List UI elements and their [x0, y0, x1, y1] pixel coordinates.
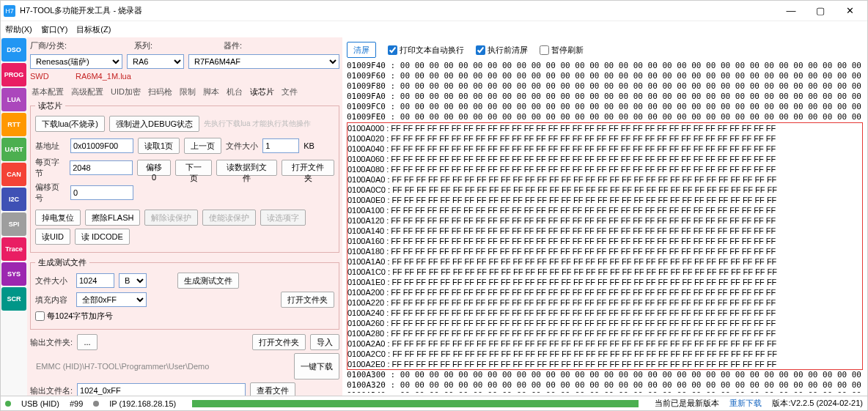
gen-test-legend: 生成测试文件 [35, 257, 89, 268]
series-select[interactable]: RA6 [127, 54, 184, 69]
out-name-label: 输出文件名: [30, 385, 73, 396]
tab-bar: 基本配置高级配置UID加密扫码枪限制脚本机台读芯片文件 [30, 84, 339, 100]
gen-file-button[interactable]: 生成测试文件 [177, 273, 239, 289]
offset-page-label: 偏移页号 [35, 182, 66, 204]
minimize-button[interactable]: — [776, 1, 806, 21]
device-select[interactable]: R7FA6M4AF [188, 54, 339, 69]
read-to-file-button[interactable]: 读数据到文件 [216, 160, 277, 176]
redownload-link[interactable]: 重新下载 [729, 398, 762, 409]
tab-0[interactable]: 基本配置 [32, 86, 64, 97]
sidebar-item-can[interactable]: CAN [1, 163, 26, 186]
swd-label: SWD [30, 72, 71, 81]
progress-bar [192, 400, 639, 407]
download-lua-button[interactable]: 下载lua(不烧录) [35, 116, 105, 132]
tab-5[interactable]: 脚本 [203, 86, 219, 97]
device-label: 器件: [224, 40, 242, 51]
vendor-select[interactable]: Renesas(瑞萨) [30, 54, 122, 69]
base-addr-label: 基地址 [35, 141, 66, 152]
sidebar-item-scr[interactable]: SCR [1, 287, 26, 311]
force-debug-button[interactable]: 强制进入DEBUG状态 [109, 116, 199, 132]
offset0-button[interactable]: 偏移0 [137, 160, 171, 176]
seq-checkbox[interactable]: 每1024字节加序号 [35, 311, 113, 322]
version-label: 版本:V2.2.5 (2024-02-21) [772, 398, 863, 409]
usb-label: USB (HID) [21, 399, 59, 408]
one-click-download-button[interactable]: 一键下载 [294, 353, 339, 379]
next-page-button[interactable]: 下一页 [175, 160, 212, 176]
hex-dump: 01009F40 : 00 00 00 00 00 00 00 00 00 00… [345, 59, 864, 393]
clear-button[interactable]: 清屏 [347, 42, 376, 58]
prev-page-button[interactable]: 上一页 [184, 138, 221, 154]
tab-7[interactable]: 读芯片 [250, 86, 274, 97]
right-panel: 清屏 打印文本自动换行 执行前清屏 暂停刷新 01009F40 : 00 00 … [342, 37, 867, 396]
status-msg: 当前已是最新版本 [655, 398, 719, 409]
read-page-button[interactable]: 读取1页 [138, 138, 180, 154]
close-button[interactable]: ✕ [835, 1, 864, 21]
tab-2[interactable]: UID加密 [111, 86, 141, 97]
menu-target[interactable]: 目标板(Z) [76, 24, 111, 35]
maximize-button[interactable]: ▢ [806, 1, 835, 21]
tab-3[interactable]: 扫码枪 [148, 86, 172, 97]
open-folder-button[interactable]: 打开文件夹 [282, 160, 334, 176]
power-reset-button[interactable]: 掉电复位 [35, 210, 81, 226]
menu-help[interactable]: 帮助(X) [5, 24, 32, 35]
pre-clear-checkbox[interactable]: 执行前清屏 [476, 45, 528, 56]
window-title: H7-TOOL多功能开发工具 - 烧录器 [20, 5, 776, 16]
out-name-input[interactable] [77, 383, 246, 396]
tab-8[interactable]: 文件 [282, 86, 298, 97]
base-addr-input[interactable] [70, 138, 133, 153]
menubar: 帮助(X) 窗口(Y) 目标板(Z) [1, 21, 867, 37]
unlock-read-button: 解除读保护 [144, 210, 198, 226]
auto-wrap-checkbox[interactable]: 打印文本自动换行 [388, 45, 464, 56]
read-option-button: 读选项字 [260, 210, 306, 226]
sidebar-item-spi[interactable]: SPI [1, 212, 26, 236]
gen-unit-select[interactable]: B [119, 273, 147, 288]
fill-label: 填充内容 [35, 295, 72, 306]
read-chip-legend: 读芯片 [35, 100, 65, 111]
gen-size-input[interactable] [76, 273, 114, 288]
tab-6[interactable]: 机台 [227, 86, 243, 97]
gen-open-folder-button[interactable]: 打开文件夹 [281, 292, 334, 308]
usb-status-icon [5, 401, 11, 407]
sidebar-item-uart[interactable]: UART [1, 138, 26, 161]
kb-label: KB [304, 141, 315, 150]
gen-test-group: 生成测试文件 文件大小 B 生成测试文件 填充内容 全部0xFF 打开文件夹 每… [30, 257, 339, 330]
script-label: RA6M4_1M.lua [76, 72, 131, 81]
import-button[interactable]: 导入 [310, 334, 339, 350]
series-label: 系列: [134, 40, 156, 51]
offset-page-input[interactable] [70, 185, 133, 200]
pause-checkbox[interactable]: 暂停刷新 [540, 45, 584, 56]
vendor-label: 厂商/分类: [30, 40, 71, 51]
device-num: #99 [70, 399, 83, 408]
left-panel: 厂商/分类: 系列: 器件: Renesas(瑞萨) RA6 R7FA6M4AF… [27, 37, 342, 396]
read-idcode-button[interactable]: 读 IDCODE [75, 229, 130, 245]
sidebar-item-sys[interactable]: SYS [1, 262, 26, 286]
file-size-label: 文件大小 [226, 141, 258, 152]
sidebar-item-dso[interactable]: DSO [1, 38, 26, 62]
out-path: EMMC (HID)\H7-TOOL\Programmer\User\Demo [30, 362, 209, 371]
menu-window[interactable]: 窗口(Y) [41, 24, 68, 35]
read-chip-group: 读芯片 下载lua(不烧录) 强制进入DEBUG状态 先执行下载lua 才能执行… [30, 100, 339, 253]
erase-flash-button[interactable]: 擦除FLASH [85, 210, 140, 226]
hint-text: 先执行下载lua 才能执行其他操作 [204, 119, 311, 129]
read-uid-button[interactable]: 读UID [35, 229, 70, 245]
sidebar-item-rtt[interactable]: RTT [1, 113, 26, 136]
ip-label: IP (192.168.28.15) [109, 399, 176, 408]
open-out-folder-button[interactable]: 打开文件夹 [252, 334, 306, 350]
page-bytes-input[interactable] [70, 160, 133, 175]
tab-1[interactable]: 高级配置 [71, 86, 103, 97]
page-bytes-label: 每页字节 [35, 157, 65, 179]
sidebar-item-prog[interactable]: PROG [1, 63, 26, 86]
hex-toolbar: 清屏 打印文本自动换行 执行前清屏 暂停刷新 [345, 40, 864, 59]
tab-4[interactable]: 限制 [180, 86, 196, 97]
fill-select[interactable]: 全部0xFF [76, 292, 147, 307]
sidebar-item-lua[interactable]: LUA [1, 88, 26, 111]
sidebar: DSOPROGLUARTTUARTCANI2CSPITraceSYSSCR [1, 37, 27, 396]
file-size-input[interactable] [262, 138, 299, 153]
browse-button[interactable]: ... [77, 334, 98, 350]
sidebar-item-trace[interactable]: Trace [1, 237, 26, 261]
gen-size-label: 文件大小 [35, 275, 72, 286]
app-icon: H7 [4, 5, 15, 17]
ip-status-icon [93, 401, 99, 407]
sidebar-item-i2c[interactable]: I2C [1, 188, 26, 211]
view-file-button[interactable]: 查看文件 [250, 382, 295, 396]
